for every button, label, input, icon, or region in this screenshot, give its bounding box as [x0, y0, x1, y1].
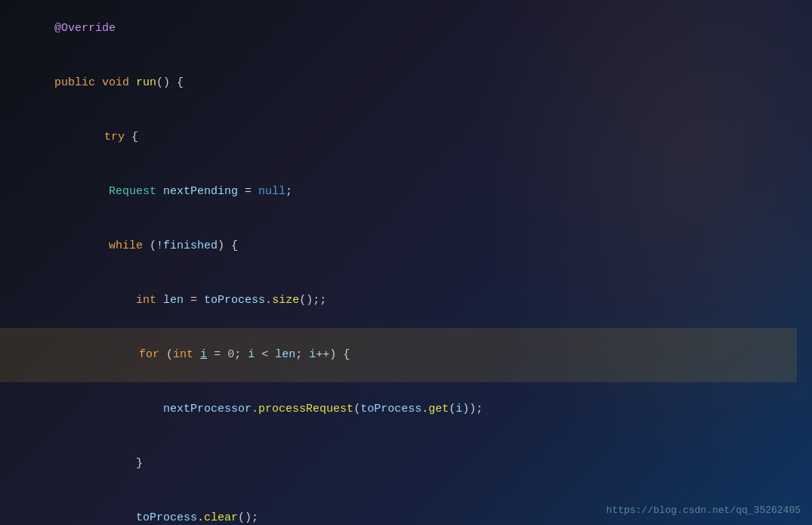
- code-block: @Override public void run() { try { Requ…: [0, 0, 812, 525]
- fn-size: size: [272, 294, 299, 307]
- punct: () {: [156, 76, 184, 89]
- code-line-5: while (!finished) {: [0, 219, 812, 273]
- fn-clear: clear: [204, 511, 238, 524]
- var-toprocess-clear: toProcess: [136, 511, 197, 524]
- punct-brace: {: [131, 131, 138, 144]
- var-len: len: [163, 294, 184, 307]
- kw-public: public: [54, 76, 102, 89]
- eq-sign: =: [238, 185, 258, 198]
- var-nextprocessor: nextProcessor: [163, 403, 252, 415]
- code-line-3: try {: [0, 110, 812, 165]
- code-request-line: [54, 185, 109, 198]
- var-nextpending: nextPending: [163, 185, 238, 198]
- kw-try: try: [77, 131, 131, 144]
- var-i: i: [200, 348, 207, 361]
- url-text: https://blog.csdn.net/qq_35262405: [607, 505, 801, 516]
- kw-void: void: [102, 76, 136, 89]
- var-finished: finished: [163, 239, 218, 252]
- code-line-2: public void run() {: [0, 56, 812, 110]
- fn-processrequest: processRequest: [258, 403, 354, 415]
- url-label: https://blog.csdn.net/qq_35262405: [607, 503, 801, 519]
- code-line-7: for (int i = 0; i < len; i++) {: [0, 328, 812, 382]
- kw-int: int: [136, 294, 163, 307]
- kw-null: null: [258, 185, 286, 198]
- code-line-6: int len = toProcess.size();;: [0, 273, 812, 328]
- annotation-override: @Override: [54, 22, 116, 35]
- fn-run: run: [136, 76, 156, 89]
- code-line-1: @Override: [0, 2, 812, 56]
- type-request: Request: [109, 185, 163, 198]
- code-container: @Override public void run() { try { Requ…: [0, 0, 812, 525]
- var-toprocess: toProcess: [204, 294, 265, 307]
- code-line-9: }: [0, 437, 812, 491]
- kw-while: while: [109, 239, 150, 252]
- code-line-4: Request nextPending = null;: [0, 165, 812, 219]
- code-line-8: nextProcessor.processRequest(toProcess.g…: [0, 382, 812, 437]
- kw-for: for: [139, 348, 166, 361]
